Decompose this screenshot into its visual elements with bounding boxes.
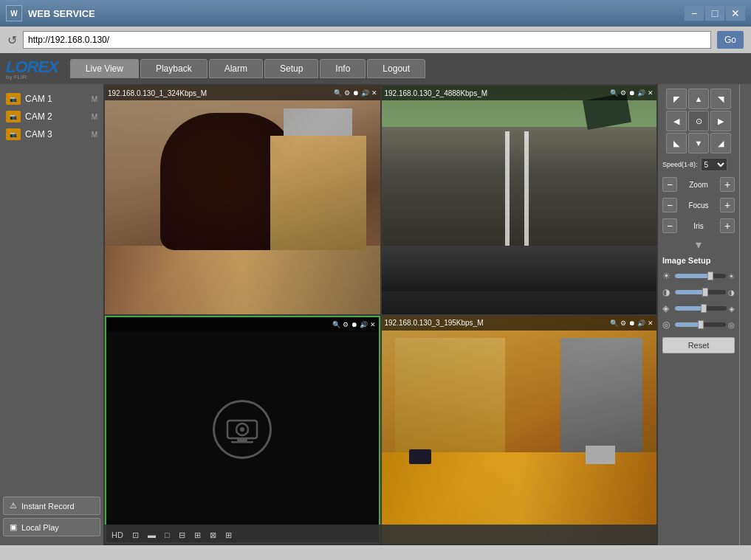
cam1-label: CAM 1 [25,94,52,104]
contrast-slider[interactable] [675,290,726,294]
feed4-zoom-icon[interactable]: 🔍 [610,319,618,327]
reset-button[interactable]: Reset [662,337,735,353]
feed4-settings-icon[interactable]: ⚙ [620,319,626,327]
feed3-zoom-icon[interactable]: 🔍 [332,321,340,328]
feed2-cell[interactable]: 192.168.0.130_2_4888Kbps_M 🔍 ⚙ ⏺ 🔊 ✕ [382,86,657,314]
hue-slider[interactable] [675,322,726,327]
vertical-scrollbar[interactable] [739,84,751,545]
feed2-settings-icon[interactable]: ⚙ [620,89,626,97]
cam3-item[interactable]: 📷 CAM 3 M [3,125,100,143]
ptz-down[interactable]: ▼ [688,133,709,153]
cam1-item[interactable]: 📷 CAM 1 M [3,90,100,108]
feed2-overlay: 192.168.0.130_2_4888Kbps_M 🔍 ⚙ ⏺ 🔊 ✕ [382,86,657,100]
feed1-settings-icon[interactable]: ⚙ [344,89,350,97]
feed4-overlay: 192.168.0.130_3_195Kbps_M 🔍 ⚙ ⏺ 🔊 ✕ [382,316,657,331]
feed4-close-icon[interactable]: ✕ [648,319,654,327]
saturation-slider[interactable] [675,306,727,311]
feed2-audio-icon[interactable]: 🔊 [637,89,645,97]
cam2-item[interactable]: 📷 CAM 2 M [3,108,100,125]
focus-row: − Focus + [662,196,735,214]
url-input[interactable] [23,31,711,49]
iris-plus-button[interactable]: + [720,218,735,233]
panel-arrow[interactable]: ▾ [662,238,735,252]
zoom-minus-button[interactable]: − [662,177,677,192]
brightness-slider[interactable] [675,274,726,278]
no-signal-icon [213,400,272,459]
feed2-record-icon[interactable]: ⏺ [628,89,635,97]
feed1-record-icon[interactable]: ⏺ [352,89,359,97]
feed1-zoom-icon[interactable]: 🔍 [334,89,342,97]
ptz-up-right[interactable]: ◥ [710,89,731,109]
focus-plus-button[interactable]: + [720,198,735,212]
feed2-zoom-icon[interactable]: 🔍 [610,89,618,97]
title-bar-left: W WEB SERVICE [6,5,95,21]
focus-minus-button[interactable]: − [662,198,677,212]
toolbar-icon1[interactable]: ⊡ [130,529,141,542]
ptz-up-left[interactable]: ◤ [666,89,687,109]
feed3-close-icon[interactable]: ✕ [370,321,376,328]
toolbar-icon2[interactable]: ▬ [145,529,158,541]
iris-label: Iris [680,222,717,230]
toolbar-icon5[interactable]: ⊞ [192,529,203,542]
feed3-settings-icon[interactable]: ⚙ [343,321,349,328]
zoom-plus-button[interactable]: + [720,177,735,192]
minimize-button[interactable]: − [685,6,704,21]
feed4-label: 192.168.0.130_3_195Kbps_M [385,319,608,327]
local-play-label: Local Play [21,523,59,532]
svg-point-2 [240,427,244,432]
tab-live-view[interactable]: Live View [70,59,139,78]
go-button[interactable]: Go [717,31,744,49]
reload-button[interactable]: ↺ [7,33,17,47]
feed4-cell[interactable]: 192.168.0.130_3_195Kbps_M 🔍 ⚙ ⏺ 🔊 ✕ [382,316,657,545]
tab-logout[interactable]: Logout [367,59,425,78]
cam1-badge: M [92,95,97,103]
feed1-cell[interactable]: 192.168.0.130_1_324Kbps_M 🔍 ⚙ ⏺ 🔊 ✕ [105,86,380,314]
hue-max-icon: ◎ [728,321,735,329]
instant-record-icon: ⚠ [10,501,17,511]
feed4-record-icon[interactable]: ⏺ [628,319,635,327]
toolbar-icon7[interactable]: ⊞ [223,529,234,542]
top-nav: LOREX by FLIR Live View Playback Alarm S… [0,53,751,84]
feed3-cell[interactable]: 🔍 ⚙ ⏺ 🔊 ✕ [105,316,380,545]
feed1-label: 192.168.0.130_1_324Kbps_M [108,89,331,97]
feed1-close-icon[interactable]: ✕ [371,89,377,97]
speed-select[interactable]: 1234 5678 [701,158,727,171]
cam3-badge: M [92,131,97,139]
toolbar-icon4[interactable]: ⊟ [176,529,188,542]
tab-info[interactable]: Info [320,59,366,78]
maximize-button[interactable]: □ [705,6,724,21]
saturation-row: ◈ ◈ [662,302,735,315]
tab-alarm[interactable]: Alarm [209,59,263,78]
speed-row: Speed(1-8): 1234 5678 [662,156,735,173]
toolbar-icon6[interactable]: ⊠ [208,529,219,542]
brightness-row: ☀ ☀ [662,269,735,283]
instant-record-button[interactable]: ⚠ Instant Record [3,497,100,515]
horizontal-scrollbar[interactable] [0,545,751,560]
ptz-down-right[interactable]: ◢ [710,133,731,153]
ptz-center[interactable]: ⊙ [688,111,709,131]
toolbar-hd[interactable]: HD [109,529,126,541]
close-button[interactable]: ✕ [726,6,745,21]
cam2-label: CAM 2 [25,111,52,122]
ptz-up[interactable]: ▲ [688,89,709,109]
ptz-right[interactable]: ▶ [710,111,731,131]
feed1-audio-icon[interactable]: 🔊 [361,89,369,97]
tab-setup[interactable]: Setup [264,59,318,78]
feed3-record-icon[interactable]: ⏺ [351,321,357,328]
zoom-label: Zoom [680,181,717,189]
local-play-button[interactable]: ▣ Local Play [3,518,100,536]
feed4-audio-icon[interactable]: 🔊 [637,319,645,327]
window-controls: − □ ✕ [685,6,745,21]
iris-minus-button[interactable]: − [662,218,677,233]
ptz-down-left[interactable]: ◣ [666,133,687,153]
ptz-left[interactable]: ◀ [666,111,687,131]
feed3-audio-icon[interactable]: 🔊 [360,321,368,328]
app-icon: W [6,5,22,21]
feed1-overlay: 192.168.0.130_1_324Kbps_M 🔍 ⚙ ⏺ 🔊 ✕ [105,86,380,100]
feed2-close-icon[interactable]: ✕ [648,89,654,97]
saturation-icon: ◈ [662,303,673,314]
content-area: 📷 CAM 1 M 📷 CAM 2 M 📷 CAM 3 M ⚠ Instant … [0,84,751,545]
local-play-icon: ▣ [10,522,17,532]
toolbar-icon3[interactable]: □ [162,529,172,541]
tab-playback[interactable]: Playback [140,59,208,78]
